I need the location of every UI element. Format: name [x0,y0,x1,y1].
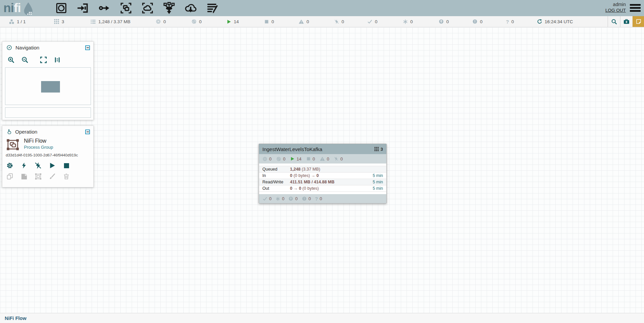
current-user: admin [605,2,626,7]
queued-size: (3.37 MB) [302,167,320,172]
status-transmitting: 0 [156,16,166,27]
running-icon [226,19,231,24]
queued-count: 1,248 / 3.37 MB [98,19,130,24]
operation-buttons-primary [6,162,90,170]
queued-label: Queued [262,167,290,172]
operation-collapse-icon[interactable] [85,130,90,134]
transmitting-icon [262,156,267,162]
in-size: (0 bytes) [293,173,310,178]
not-transmitting-icon [276,156,281,162]
process-group-component[interactable]: IngestWaterLevelsToKafka 3 0 0 14 [259,144,387,204]
out-count: 0 [290,186,292,191]
configure-gear-icon[interactable] [6,162,14,170]
pg-sync-failure: ? 0 [315,196,322,202]
status-connected-nodes: 1 / 1 [9,16,26,27]
breadcrumb-bar: NiFi Flow [0,313,644,323]
running-count: 14 [234,19,239,24]
breadcrumb-root[interactable]: NiFi Flow [5,316,26,321]
enable-bolt-icon[interactable] [20,162,28,170]
last-refresh-time: 16:24:34 UTC [545,19,573,24]
locally-modified-icon [403,19,408,24]
input-port-icon[interactable] [76,1,90,15]
search-button[interactable] [608,16,620,27]
birdseye-minimap[interactable] [5,67,91,105]
status-not-transmitting: 0 [191,16,202,27]
readwrite-window: 5 min [373,180,383,184]
invalid-icon [298,19,304,25]
operation-header: Operation [2,126,93,136]
bulletin-board-button[interactable] [620,16,633,27]
delete-trash-icon [62,172,70,180]
zoom-fit-icon[interactable] [39,56,47,64]
nifi-logo-text: nifi [3,0,21,16]
output-port-icon[interactable] [98,1,111,15]
queued-row: Queued 1,248 (3.37 MB) [259,166,386,173]
pg-transmitting: 0 [262,156,271,162]
in-arrow: → [311,173,316,178]
operation-body: NiFi Flow Process Group d33d1d4f-0195-10… [2,136,93,180]
zoom-in-icon[interactable] [7,56,15,64]
processor-icon[interactable] [55,1,68,15]
cluster-icon [9,19,14,25]
navigation-title: Navigation [15,45,39,50]
status-sync-failure: ? 0 [506,16,514,27]
locally-modified-stale-icon [472,19,478,24]
locally-modified-count: 0 [410,19,413,24]
in-row: In 0 (0 bytes) → 0 5 min [259,173,386,179]
up-to-date-count: 0 [375,19,378,24]
locally-modified-stale-count: 0 [480,19,483,24]
not-transmitting-count: 0 [199,19,202,24]
search-icon [611,19,617,25]
queued-list-icon [90,19,96,25]
process-group-name: IngestWaterLevelsToKafka [262,146,322,152]
pg-stale-count: 0 [295,196,297,201]
readwrite-row: Read/Write 411.51 MB / 414.88 MB 5 min [259,179,386,185]
status-stale: 0 [439,16,449,27]
notification-button[interactable] [633,16,644,27]
operation-buttons-secondary [6,172,90,180]
label-icon[interactable] [205,1,219,15]
start-play-icon[interactable] [48,162,56,170]
process-group-icon[interactable] [119,1,133,15]
refresh-icon[interactable] [537,19,542,24]
pg-locally-modified-stale-count: 0 [309,196,311,201]
pg-stale: 0 [288,196,297,201]
global-menu-icon[interactable] [630,4,641,13]
remote-process-group-icon[interactable] [141,1,154,15]
operation-palette: Operation NiFi Flow Process Group d33d1d… [2,125,94,187]
zoom-out-icon[interactable] [21,56,29,64]
nifi-application: nifi [0,0,644,323]
navigation-palette: Navigation [2,41,94,120]
out-size: (0 bytes) [302,186,319,191]
transmitting-count: 0 [163,19,166,24]
pg-not-transmitting-count: 0 [283,156,285,162]
user-block: admin LOG OUT [605,2,626,13]
disable-bolt-slash-icon[interactable] [34,162,42,170]
in-window: 5 min [373,173,383,178]
in-count: 0 [290,173,292,178]
selected-component-type: Process Group [24,145,53,150]
contained-component-count: 3 [381,147,383,152]
template-icon[interactable] [184,1,197,15]
up-to-date-icon [262,196,267,201]
logout-link[interactable]: LOG OUT [605,8,626,13]
disabled-icon [334,19,339,24]
pg-invalid: 0 [320,156,329,162]
process-group-version-footer: 0 0 0 0 ? 0 [259,194,386,203]
copy-icon [6,172,14,180]
sync-failure-icon: ? [506,19,509,25]
threads-grid-icon [54,19,59,24]
navigation-collapse-icon[interactable] [85,45,90,50]
navigation-header: Navigation [2,42,93,52]
invalid-icon [320,156,325,162]
stop-square-icon[interactable] [62,162,70,170]
funnel-icon[interactable] [162,1,176,15]
status-locally-modified-stale: 0 [472,16,483,27]
nifi-logo: nifi [3,0,35,16]
out-to: 0 [299,186,301,191]
readwrite-value: 411.51 MB / 414.88 MB [290,180,334,184]
pg-locally-modified-stale: 0 [302,196,311,201]
actual-size-icon[interactable] [53,56,61,64]
nifi-droplet-icon [22,2,35,16]
selected-component-id: d33d1d4f-0195-1000-2d67-46f9440d919c [6,153,90,157]
